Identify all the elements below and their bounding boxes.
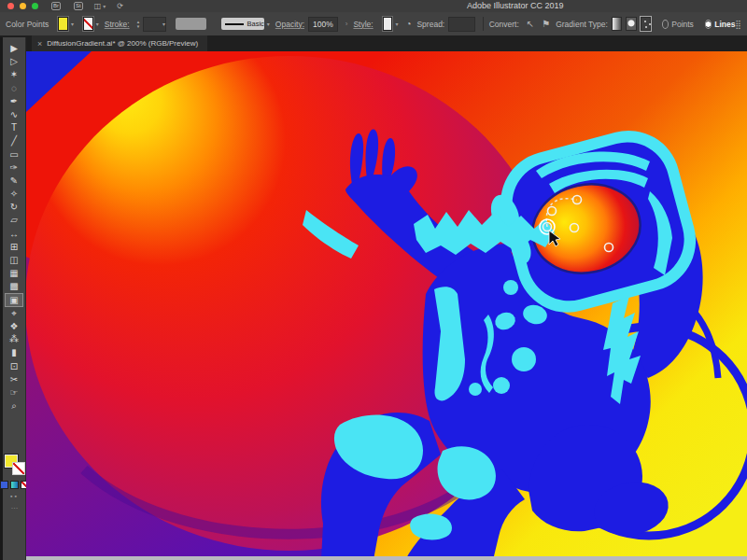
- points-radio[interactable]: [662, 20, 669, 29]
- divider: [483, 17, 484, 31]
- tool-line-segment[interactable]: ╱: [6, 134, 22, 147]
- tool-lasso[interactable]: ◌: [6, 82, 22, 94]
- stroke-chevron-icon[interactable]: ▾: [96, 21, 99, 27]
- brush-definition-dropdown[interactable]: Basic: [221, 18, 263, 30]
- apply-gradient-button[interactable]: [10, 481, 19, 489]
- tool-blend[interactable]: ❖: [6, 320, 22, 332]
- stroke-label[interactable]: Stroke:: [105, 20, 130, 29]
- tool-pen[interactable]: ✒: [6, 95, 22, 107]
- stock-icon[interactable]: St: [74, 2, 83, 10]
- stepper-down-icon[interactable]: ▾: [137, 24, 140, 29]
- opacity-field[interactable]: 100%: [308, 17, 338, 32]
- stroke-weight-dropdown[interactable]: ▾: [143, 17, 166, 32]
- tool-free-transform[interactable]: ⊞: [6, 241, 22, 253]
- tool-perspective-grid[interactable]: ▦: [6, 267, 22, 279]
- tool-type[interactable]: T: [6, 121, 22, 133]
- variable-width-profile-disabled: [176, 18, 206, 30]
- illustrator-window: Br St ◫ ▾ ⟳ Adobe Illustrator CC 2019 Co…: [0, 0, 747, 560]
- tool-rotate[interactable]: ↻: [6, 201, 22, 213]
- toolbar-bottom: ▪▪ …: [3, 446, 26, 511]
- tool-shape-builder[interactable]: ◫: [6, 254, 22, 266]
- tool-curvature[interactable]: ∿: [6, 108, 22, 120]
- gradient-type-radial-button[interactable]: [626, 17, 636, 31]
- lines-radio-label[interactable]: Lines: [714, 20, 735, 29]
- document-tab-label: DiffusionGradient.ai* @ 200% (RGB/Previe…: [47, 39, 198, 48]
- brush-name: Basic: [247, 20, 263, 28]
- artboard-canvas[interactable]: [26, 51, 747, 560]
- minimize-window-button[interactable]: [20, 3, 26, 9]
- spread-field-disabled: [448, 17, 475, 32]
- bridge-icon[interactable]: Br: [51, 2, 61, 10]
- dropdown-chevron-icon: ▾: [162, 21, 165, 27]
- section-arrow-icon: ›: [345, 20, 348, 28]
- color-points-label: Color Points: [6, 20, 49, 29]
- tool-shaper[interactable]: ✧: [6, 188, 22, 200]
- convert-label: Convert:: [489, 20, 519, 29]
- fill-stroke-indicator[interactable]: [5, 455, 25, 477]
- panel-toggle-icon[interactable]: ⣿: [735, 20, 741, 29]
- tool-artboard[interactable]: ⊡: [6, 360, 22, 372]
- tool-zoom[interactable]: ⌕: [6, 399, 22, 412]
- spread-label: Spread:: [416, 20, 444, 29]
- workspace-layout-icon[interactable]: ◫: [94, 0, 102, 12]
- stroke-color-swatch[interactable]: [83, 17, 93, 31]
- diffusion-gradient-artwork: [26, 51, 747, 560]
- brush-chevron-icon[interactable]: ▾: [267, 21, 270, 27]
- window-title: Adobe Illustrator CC 2019: [467, 0, 564, 12]
- points-radio-label[interactable]: Points: [671, 20, 694, 29]
- close-window-button[interactable]: [7, 3, 14, 9]
- horizontal-scrollbar[interactable]: [26, 556, 747, 560]
- gradient-type-linear-button[interactable]: [612, 17, 622, 31]
- gradient-type-label: Gradient Type:: [556, 20, 608, 29]
- zoom-window-button[interactable]: [32, 3, 38, 9]
- style-chevron-icon[interactable]: ▾: [395, 21, 398, 27]
- style-swatch[interactable]: [383, 17, 393, 31]
- lines-radio[interactable]: [705, 20, 712, 29]
- convert-anchor-icon[interactable]: ↖: [527, 19, 534, 29]
- tool-slice[interactable]: ✂: [6, 373, 22, 385]
- sync-icon[interactable]: ⟳: [117, 0, 123, 12]
- brush-stroke-preview: [225, 23, 244, 25]
- tool-pencil[interactable]: ✎: [6, 175, 22, 187]
- tool-column-graph[interactable]: ▮: [6, 346, 22, 358]
- fill-color-swatch[interactable]: [58, 17, 68, 31]
- tool-hand[interactable]: ☞: [6, 386, 22, 399]
- tool-rectangle[interactable]: ▭: [6, 148, 22, 161]
- stroke-weight-stepper[interactable]: ▴ ▾: [137, 20, 140, 29]
- tool-selection[interactable]: ▶: [6, 42, 22, 54]
- fill-chevron-icon[interactable]: ▾: [71, 21, 74, 27]
- color-wheel-icon[interactable]: ◔: [405, 19, 411, 29]
- convert-flag-icon[interactable]: ⚑: [542, 19, 550, 29]
- tool-paintbrush[interactable]: ✑: [6, 161, 22, 174]
- tool-direct-selection[interactable]: ▷: [6, 55, 22, 67]
- tool-width[interactable]: ↔: [6, 228, 22, 240]
- control-bar: Color Points ▾ ▾ Stroke: ▴ ▾ ▾ Basic ▾ O…: [0, 12, 747, 36]
- apply-color-button[interactable]: [0, 481, 8, 489]
- tool-eyedropper[interactable]: ⌖: [6, 307, 22, 319]
- chevron-down-icon[interactable]: ▾: [103, 3, 106, 9]
- close-tab-icon[interactable]: ×: [37, 39, 42, 49]
- title-bar: Br St ◫ ▾ ⟳ Adobe Illustrator CC 2019: [0, 0, 747, 13]
- toolbar-stroke-none-swatch[interactable]: [12, 462, 25, 475]
- toolbar-overflow-icon[interactable]: …: [11, 502, 19, 511]
- drawing-modes-icon[interactable]: ▪▪: [10, 493, 19, 499]
- tool-gradient[interactable]: ▣: [6, 294, 22, 306]
- tool-symbol-sprayer[interactable]: ⁂: [6, 333, 22, 345]
- style-label[interactable]: Style:: [353, 20, 373, 29]
- document-tab-bar: × DiffusionGradient.ai* @ 200% (RGB/Prev…: [0, 35, 747, 52]
- opacity-label[interactable]: Opacity:: [275, 20, 304, 29]
- gradient-type-freeform-button[interactable]: [641, 17, 651, 31]
- tool-magic-wand[interactable]: ✶: [6, 68, 22, 80]
- document-tab[interactable]: × DiffusionGradient.ai* @ 200% (RGB/Prev…: [32, 35, 207, 51]
- tool-mesh[interactable]: ▩: [6, 280, 22, 292]
- tool-scale[interactable]: ▱: [6, 214, 22, 226]
